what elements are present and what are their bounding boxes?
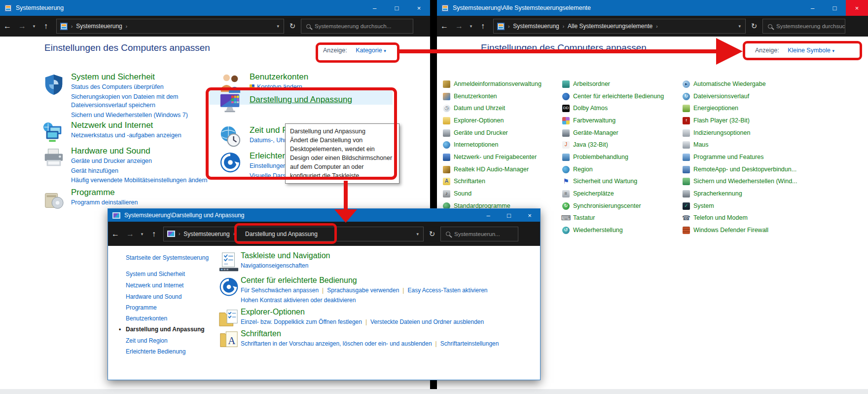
- category-title[interactable]: Benutzerkonten: [250, 72, 308, 82]
- control-panel-item[interactable]: Problembehandlung: [562, 153, 628, 161]
- control-panel-item[interactable]: ASchriftarten: [443, 177, 485, 186]
- search-input[interactable]: Systemsteuerun...: [440, 227, 518, 241]
- breadcrumb-item[interactable]: Systemsteuerung: [76, 23, 122, 30]
- back-icon[interactable]: ←: [108, 230, 123, 238]
- maximize-button[interactable]: □: [386, 0, 408, 16]
- control-panel-item[interactable]: Indizierungsoptionen: [683, 128, 750, 137]
- maximize-button[interactable]: □: [499, 209, 519, 222]
- control-panel-item[interactable]: fFlash Player (32-Bit): [683, 116, 750, 125]
- control-panel-item[interactable]: RemoteApp- und Desktopverbindun...: [683, 165, 796, 174]
- task-link[interactable]: Einzel- bzw. Doppelklick zum Öffnen fest…: [241, 318, 362, 325]
- minimize-button[interactable]: –: [801, 0, 824, 16]
- minimize-button[interactable]: –: [478, 209, 499, 222]
- breadcrumb-item[interactable]: Systemsteuerung: [513, 23, 559, 30]
- control-panel-item[interactable]: Internetoptionen: [443, 140, 498, 149]
- sidebar-item-startseite-der-systemsteuerung[interactable]: Startseite der Systemsteuerung: [126, 254, 209, 261]
- control-panel-item[interactable]: Geräte und Drucker: [443, 128, 508, 137]
- section-title[interactable]: Taskleiste und Navigation: [241, 251, 330, 260]
- task-link[interactable]: Sprachausgabe verwenden: [327, 287, 399, 294]
- control-panel-item[interactable]: Energieoptionen: [683, 104, 738, 113]
- close-button[interactable]: ×: [408, 0, 430, 16]
- up-icon[interactable]: ↑: [38, 22, 53, 31]
- category-link[interactable]: Sicherungskopien von Dateien mit dem Dat…: [71, 93, 198, 110]
- forward-icon[interactable]: →: [452, 22, 467, 31]
- control-panel-item[interactable]: DDDolby Atmos: [562, 104, 608, 113]
- control-panel-item[interactable]: Benutzerkonten: [443, 92, 497, 101]
- sidebar-item-system-und-sicherheit[interactable]: System und Sicherheit: [126, 271, 185, 277]
- sidebar-item-zeit-und-region[interactable]: Zeit und Region: [126, 337, 168, 344]
- control-panel-item[interactable]: Realtek HD Audio-Manager: [443, 165, 529, 174]
- breadcrumb-item[interactable]: Alle Systemsteuerungselemente: [568, 23, 652, 30]
- control-panel-item[interactable]: Maus: [683, 140, 709, 149]
- control-panel-item[interactable]: Farbverwaltung: [562, 116, 615, 125]
- search-input[interactable]: Systemsteuerung durchsuch...: [301, 19, 413, 34]
- task-link[interactable]: Für Sehschwächen anpassen: [241, 287, 319, 294]
- control-panel-item[interactable]: Windows Defender Firewall: [683, 226, 768, 235]
- close-button[interactable]: ×: [846, 0, 868, 16]
- address-dropdown-icon[interactable]: ▾: [734, 24, 745, 29]
- control-panel-item[interactable]: ◷Datum und Uhrzeit: [443, 104, 505, 113]
- maximize-button[interactable]: □: [824, 0, 846, 16]
- close-button[interactable]: ×: [519, 209, 540, 222]
- category-link[interactable]: Programm deinstallieren: [71, 198, 209, 207]
- refresh-icon[interactable]: ↻: [284, 22, 301, 31]
- category-title[interactable]: Programme: [71, 188, 115, 197]
- category-link[interactable]: Geräte und Drucker anzeigen: [71, 157, 224, 166]
- control-panel-item[interactable]: Programme und Features: [683, 153, 763, 161]
- address-dropdown-icon[interactable]: ▾: [412, 232, 423, 236]
- control-panel-item[interactable]: ♪Sound: [443, 189, 471, 198]
- control-panel-item[interactable]: Geräte-Manager: [562, 128, 618, 137]
- back-icon[interactable]: ←: [437, 22, 452, 31]
- category-title[interactable]: System und Sicherheit: [71, 72, 155, 82]
- category-link[interactable]: Häufig verwendete Mobilitätseinstellunge…: [71, 176, 224, 185]
- recent-pages-icon[interactable]: ▾: [467, 24, 475, 29]
- address-dropdown-icon[interactable]: ▾: [272, 24, 284, 29]
- control-panel-item[interactable]: ↻Synchronisierungscenter: [562, 201, 641, 210]
- back-icon[interactable]: ←: [0, 22, 15, 31]
- category-title[interactable]: Hardware und Sound: [71, 146, 150, 156]
- search-input[interactable]: Systemsteuerung durchsuch...: [762, 19, 845, 34]
- control-panel-item[interactable]: Arbeitsordner: [562, 79, 610, 88]
- up-icon[interactable]: ↑: [146, 230, 161, 238]
- control-panel-item[interactable]: Center für erleichterte Bedienung: [562, 92, 664, 101]
- section-title[interactable]: Center für erleichterte Bedienung: [241, 276, 357, 285]
- breadcrumb-item[interactable]: Systemsteuerung: [183, 231, 229, 237]
- category-link[interactable]: Status des Computers überprüfen: [71, 83, 198, 92]
- control-panel-item[interactable]: Spracherkennung: [683, 189, 742, 198]
- control-panel-item[interactable]: ↻Dateiversionsverlauf: [683, 92, 749, 101]
- task-link[interactable]: Navigationseigenschaften: [241, 262, 308, 269]
- task-link[interactable]: Versteckte Dateien und Ordner ausblenden: [370, 318, 484, 325]
- forward-icon[interactable]: →: [15, 22, 30, 31]
- control-panel-item[interactable]: Netzwerk- und Freigabecenter: [443, 153, 537, 161]
- control-panel-item[interactable]: ⌨Tastatur: [562, 213, 595, 222]
- recent-pages-icon[interactable]: ▾: [30, 24, 38, 29]
- control-panel-item[interactable]: Sichern und Wiederherstellen (Wind...: [683, 177, 797, 186]
- control-panel-item[interactable]: ☎Telefon und Modem: [683, 213, 748, 222]
- control-panel-item[interactable]: JJava (32-Bit): [562, 140, 608, 149]
- control-panel-item[interactable]: ↺Wiederherstellung: [562, 226, 623, 235]
- control-panel-item[interactable]: ⚑Sicherheit und Wartung: [562, 177, 637, 186]
- category-title[interactable]: Netzwerk und Internet: [71, 120, 153, 130]
- refresh-icon[interactable]: ↻: [746, 22, 762, 31]
- minimize-button[interactable]: –: [363, 0, 386, 16]
- sidebar-item-benutzerkonten[interactable]: Benutzerkonten: [126, 315, 167, 322]
- section-title[interactable]: Explorer-Optionen: [241, 308, 305, 316]
- category-link[interactable]: Gerät hinzufügen: [71, 167, 224, 176]
- breadcrumb[interactable]: › Systemsteuerung › Alle Systemsteuerung…: [493, 19, 746, 34]
- breadcrumb[interactable]: › Systemsteuerung › ▾: [56, 19, 284, 34]
- sidebar-item-erleichterte-bedienung[interactable]: Erleichterte Bedienung: [126, 348, 185, 355]
- recent-pages-icon[interactable]: ▾: [138, 232, 146, 236]
- control-panel-item[interactable]: Explorer-Optionen: [443, 116, 504, 125]
- forward-icon[interactable]: →: [123, 230, 138, 238]
- task-link[interactable]: Hohen Kontrast aktivieren oder deaktivie…: [241, 297, 356, 304]
- task-link[interactable]: Easy Access-Tasten aktivieren: [407, 287, 487, 294]
- control-panel-item[interactable]: Anmeldeinformationsverwaltung: [443, 79, 542, 88]
- sidebar-item-hardware-und-sound[interactable]: Hardware und Sound: [126, 293, 181, 300]
- control-panel-item[interactable]: ✓System: [683, 201, 714, 210]
- control-panel-item[interactable]: ≡Speicherplätze: [562, 189, 614, 198]
- up-icon[interactable]: ↑: [475, 22, 490, 31]
- category-link[interactable]: Netzwerkstatus und -aufgaben anzeigen: [71, 131, 209, 140]
- sidebar-item-programme[interactable]: Programme: [126, 304, 157, 311]
- task-link[interactable]: Schriftarteinstellungen: [440, 340, 499, 347]
- sidebar-item-darstellung-und-anpassung[interactable]: Darstellung und Anpassung: [126, 326, 205, 333]
